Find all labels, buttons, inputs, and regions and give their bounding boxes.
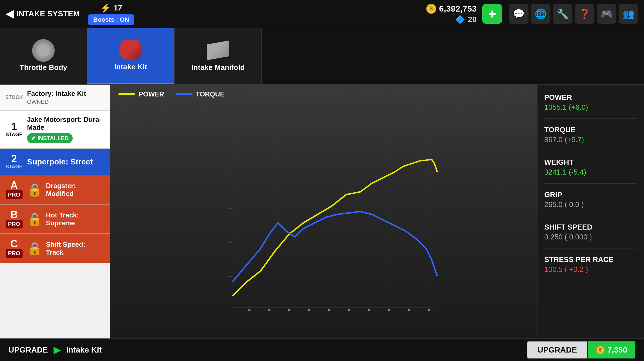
svg-point-27 xyxy=(348,309,350,311)
stage-badge-pro-c: C PRO xyxy=(6,239,23,258)
stat-shift-speed: SHIFT SPEED 0.250 ( 0.000 ) xyxy=(544,223,637,241)
upgrade-part-name: Intake Kit xyxy=(66,345,102,355)
svg-point-24 xyxy=(288,309,290,311)
stage-num-1: 1 xyxy=(11,122,17,132)
intake-manifold-icon xyxy=(205,41,231,60)
stat-torque-value: 867.0 (+5.7) xyxy=(544,135,637,144)
intake-kit-icon xyxy=(118,40,143,60)
svg-point-30 xyxy=(408,309,410,311)
pro-c-label: C xyxy=(10,239,18,249)
tab-intake-kit[interactable]: Intake Kit xyxy=(87,28,175,84)
stat-torque: TORQUE 867.0 (+5.7) xyxy=(544,126,637,144)
tab-row: Throttle Body Intake Kit Intake Manifold xyxy=(0,28,644,85)
stat-power-label: POWER xyxy=(544,93,637,102)
svg-point-29 xyxy=(388,309,390,311)
cost-gold-icon: $ xyxy=(596,346,605,354)
divider-5 xyxy=(544,248,637,248)
stage-num-2: 2 xyxy=(11,154,17,164)
stage-badge-2: 2 STAGE xyxy=(6,154,23,170)
list-item-pro-c[interactable]: C PRO 🔒 Shift Speed: Track xyxy=(0,234,110,263)
list-item-pro-b[interactable]: B PRO 🔒 Hot Track: Supreme xyxy=(0,204,110,234)
stat-power: POWER 1055.1 (+6.0) xyxy=(544,93,637,112)
item-info-pro-b: Hot Track: Supreme xyxy=(46,211,104,227)
item-title-stock: Factory: Intake Kit xyxy=(27,90,104,98)
tab-intake-manifold[interactable]: Intake Manifold xyxy=(175,28,262,84)
torque-label: TORQUE xyxy=(196,90,225,98)
gold-coin-icon: $ xyxy=(426,4,436,14)
svg-point-22 xyxy=(248,309,250,311)
item-title-stage1: Jake Motorsport: Dura-Made xyxy=(27,116,104,131)
cost-amount: 7,350 xyxy=(607,345,627,355)
diamond-icon: 🔷 xyxy=(455,15,465,24)
upgrade-button[interactable]: UPGRADE xyxy=(527,341,588,359)
dyno-chart xyxy=(110,85,537,338)
legend-power: POWER xyxy=(118,90,164,98)
cost-button[interactable]: $ 7,350 xyxy=(588,341,636,359)
item-title-pro-c: Shift Speed: Track xyxy=(46,241,104,256)
chart-legend: POWER TORQUE xyxy=(118,90,225,98)
pro-b-label: B xyxy=(10,210,18,220)
boosts-badge[interactable]: Boosts : ON xyxy=(88,14,134,25)
item-title-pro-a: Dragster: Modified xyxy=(46,182,104,198)
installed-label: INSTALLED xyxy=(37,135,69,142)
torque-line-indicator xyxy=(176,93,192,95)
back-arrow-icon: ◀ xyxy=(6,8,14,20)
main-content: STOCK Factory: Intake Kit OWNED 1 STAGE … xyxy=(0,85,644,338)
upgrade-list: STOCK Factory: Intake Kit OWNED 1 STAGE … xyxy=(0,85,110,338)
stat-torque-label: TORQUE xyxy=(544,126,637,134)
stat-stress-value: 100.5 ( +0.2 ) xyxy=(544,265,637,274)
upgrade-right: UPGRADE $ 7,350 xyxy=(527,341,636,359)
pro-a-label: A xyxy=(10,180,18,190)
power-label: POWER xyxy=(139,90,164,98)
stat-power-value: 1055.1 (+6.0) xyxy=(544,103,637,112)
stage-text-2: STAGE xyxy=(6,164,23,170)
tab-throttle-body[interactable]: Throttle Body xyxy=(0,28,87,84)
stat-stress-label: STRESS PER RACE xyxy=(544,255,637,264)
item-title-pro-b: Hot Track: Supreme xyxy=(46,211,104,227)
center-panel: POWER TORQUE xyxy=(110,85,537,338)
stat-stress: STRESS PER RACE 100.5 ( +0.2 ) xyxy=(544,255,637,274)
game-button[interactable]: 🎮 xyxy=(597,4,616,24)
wrench-button[interactable]: 🔧 xyxy=(553,4,572,24)
back-button[interactable]: ◀ INTAKE SYSTEM xyxy=(6,8,80,20)
tab-intake-manifold-label: Intake Manifold xyxy=(191,63,245,72)
currency-section: $ 6,392,753 🔷 20 xyxy=(426,4,477,24)
stats-panel: POWER 1055.1 (+6.0) TORQUE 867.0 (+5.7) … xyxy=(537,85,644,338)
divider-3 xyxy=(544,183,637,184)
lightning-badge: ⚡ 17 xyxy=(100,3,122,13)
stat-grip-label: GRIP xyxy=(544,190,637,199)
pro-c-text: PRO xyxy=(6,249,22,258)
globe-button[interactable]: 🌐 xyxy=(531,4,550,24)
item-info-stock: Factory: Intake Kit OWNED xyxy=(27,90,104,105)
item-info-stage1: Jake Motorsport: Dura-Made ✔ INSTALLED xyxy=(27,116,104,143)
gold-currency: $ 6,392,753 xyxy=(426,4,477,14)
list-item-pro-a[interactable]: A PRO 🔒 Dragster: Modified xyxy=(0,175,110,204)
lock-icon-c: 🔒 xyxy=(27,241,43,256)
upgrade-bottom-label: UPGRADE xyxy=(8,345,48,355)
throttle-body-icon xyxy=(31,41,56,60)
svg-point-28 xyxy=(368,309,370,311)
tab-throttle-body-label: Throttle Body xyxy=(20,63,67,72)
item-subtitle-stock: OWNED xyxy=(27,99,104,105)
diamond-amount: 20 xyxy=(468,15,477,24)
add-currency-button[interactable]: + xyxy=(482,4,502,24)
lock-icon-b: 🔒 xyxy=(27,212,43,226)
list-item-stock[interactable]: STOCK Factory: Intake Kit OWNED xyxy=(0,85,110,111)
checkmark-icon: ✔ xyxy=(31,135,36,142)
help-button[interactable]: ❓ xyxy=(575,4,594,24)
divider-1 xyxy=(544,118,637,119)
installed-badge: ✔ INSTALLED xyxy=(27,133,73,143)
stat-weight-value: 3241.1 (-5.4) xyxy=(544,168,637,177)
legend-torque: TORQUE xyxy=(176,90,225,98)
upgrade-left: UPGRADE ▶ Intake Kit xyxy=(8,345,102,355)
chat-button[interactable]: 💬 xyxy=(509,4,528,24)
bottom-bar: UPGRADE ▶ Intake Kit UPGRADE $ 7,350 xyxy=(0,338,644,361)
stat-grip: GRIP 265.0 ( 0.0 ) xyxy=(544,190,637,209)
stock-label: STOCK xyxy=(5,94,23,100)
stage-badge-pro-b: B PRO xyxy=(6,210,23,228)
social-button[interactable]: 👥 xyxy=(619,4,638,24)
list-item-stage2[interactable]: 2 STAGE Superpole: Street xyxy=(0,149,110,175)
list-item-stage1[interactable]: 1 STAGE Jake Motorsport: Dura-Made ✔ INS… xyxy=(0,111,110,149)
item-title-stage2: Superpole: Street xyxy=(27,157,104,166)
play-icon: ▶ xyxy=(54,345,61,355)
